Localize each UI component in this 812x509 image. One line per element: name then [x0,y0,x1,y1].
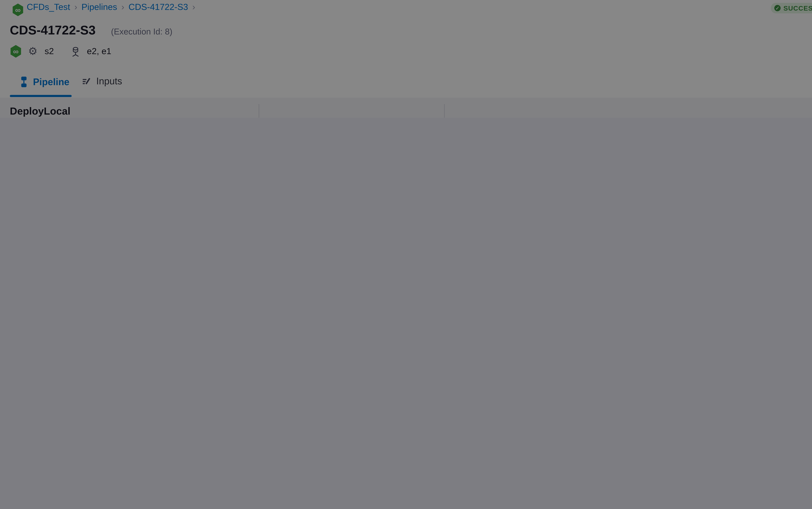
dim-overlay [0,0,812,118]
app-window: ∞ CFDs_Test›Pipelines›CDS-41722-S3› ✓ SU… [0,0,812,118]
